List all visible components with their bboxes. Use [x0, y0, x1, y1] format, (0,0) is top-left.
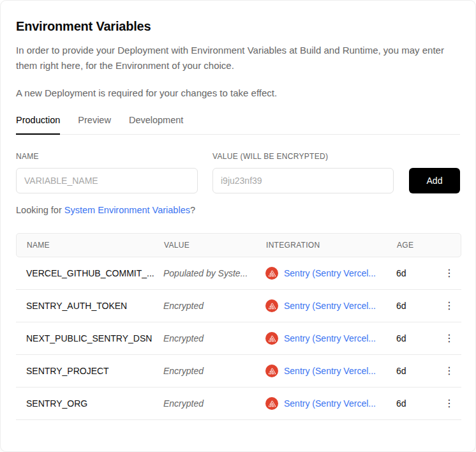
system-env-variables-link[interactable]: System Environment Variables — [64, 205, 190, 215]
row-menu-cell: ⋮ — [437, 266, 461, 281]
row-kebab-menu-icon[interactable]: ⋮ — [440, 331, 458, 346]
variable-name-input[interactable] — [16, 168, 198, 193]
env-var-name: VERCEL_GITHUB_COMMIT_... — [16, 268, 163, 278]
value-field-label: VALUE (WILL BE ENCRYPTED) — [212, 152, 394, 161]
env-var-name: SENTRY_ORG — [16, 398, 163, 409]
env-var-age: 6d — [396, 366, 437, 376]
env-var-integration: Sentry (Sentry Vercel... — [265, 365, 396, 377]
row-kebab-menu-icon[interactable]: ⋮ — [440, 363, 458, 379]
table-row: SENTRY_PROJECT Encrypted Sentry (Sentry … — [16, 355, 461, 388]
env-var-integration: Sentry (Sentry Vercel... — [265, 299, 396, 312]
integration-link[interactable]: Sentry (Sentry Vercel... — [284, 366, 376, 376]
env-var-name: SENTRY_AUTH_TOKEN — [16, 301, 163, 311]
sentry-logo-icon — [265, 267, 278, 280]
env-var-age: 6d — [396, 333, 437, 343]
row-menu-cell: ⋮ — [437, 363, 461, 379]
sentry-logo-icon — [265, 397, 278, 410]
integration-link[interactable]: Sentry (Sentry Vercel... — [284, 268, 376, 278]
redeploy-note-text: A new Deployment is required for your ch… — [16, 86, 460, 100]
env-var-integration: Sentry (Sentry Vercel... — [265, 267, 396, 280]
env-variables-table: NAME VALUE INTEGRATION AGE VERCEL_GITHUB… — [16, 233, 461, 420]
row-menu-cell: ⋮ — [437, 298, 461, 313]
env-var-value: Encrypted — [163, 333, 265, 343]
table-row: SENTRY_AUTH_TOKEN Encrypted Sentry (Sent… — [16, 290, 461, 322]
env-var-integration: Sentry (Sentry Vercel... — [265, 332, 396, 345]
environment-variables-panel: Environment Variables In order to provid… — [0, 0, 476, 452]
env-var-age: 6d — [396, 268, 437, 278]
integration-link[interactable]: Sentry (Sentry Vercel... — [284, 333, 376, 343]
variable-value-input[interactable] — [212, 168, 394, 193]
table-row: SENTRY_ORG Encrypted Sentry (Sentry Verc… — [16, 388, 461, 420]
env-var-name: SENTRY_PROJECT — [16, 366, 163, 376]
env-var-value: Encrypted — [163, 398, 265, 409]
table-row: VERCEL_GITHUB_COMMIT_... Populated by Sy… — [16, 257, 461, 290]
env-var-value: Populated by Syste... — [163, 268, 265, 278]
add-variable-form: NAME VALUE (WILL BE ENCRYPTED) Add — [16, 152, 460, 193]
hint-suffix: ? — [190, 205, 195, 215]
name-field-label: NAME — [16, 152, 198, 161]
column-header-age: AGE — [397, 241, 438, 250]
tab-production[interactable]: Production — [16, 115, 60, 135]
env-var-value: Encrypted — [163, 301, 265, 311]
row-menu-cell: ⋮ — [437, 396, 461, 411]
column-header-value: VALUE — [164, 241, 266, 250]
row-menu-cell: ⋮ — [437, 331, 461, 346]
row-kebab-menu-icon[interactable]: ⋮ — [440, 396, 458, 411]
integration-link[interactable]: Sentry (Sentry Vercel... — [284, 301, 376, 311]
env-var-name: NEXT_PUBLIC_SENTRY_DSN — [16, 333, 163, 343]
system-env-hint: Looking for System Environment Variables… — [16, 205, 460, 215]
add-button[interactable]: Add — [409, 168, 460, 193]
tab-preview[interactable]: Preview — [78, 115, 111, 135]
hint-prefix: Looking for — [16, 205, 64, 215]
tab-development[interactable]: Development — [129, 115, 183, 135]
env-var-value: Encrypted — [163, 366, 265, 376]
sentry-logo-icon — [265, 332, 278, 345]
integration-link[interactable]: Sentry (Sentry Vercel... — [284, 398, 376, 409]
table-row: NEXT_PUBLIC_SENTRY_DSN Encrypted Sentry … — [16, 322, 461, 355]
column-header-name: NAME — [17, 241, 164, 250]
environment-tabs: Production Preview Development — [16, 115, 460, 135]
row-kebab-menu-icon[interactable]: ⋮ — [440, 266, 458, 281]
sentry-logo-icon — [265, 299, 278, 312]
env-var-age: 6d — [396, 398, 437, 409]
column-header-integration: INTEGRATION — [266, 241, 397, 250]
sentry-logo-icon — [265, 365, 278, 377]
env-var-integration: Sentry (Sentry Vercel... — [265, 397, 396, 410]
description-text: In order to provide your Deployment with… — [16, 43, 447, 73]
page-title: Environment Variables — [16, 1, 460, 34]
table-header-row: NAME VALUE INTEGRATION AGE — [16, 233, 461, 257]
env-var-age: 6d — [396, 301, 437, 311]
row-kebab-menu-icon[interactable]: ⋮ — [440, 298, 458, 313]
